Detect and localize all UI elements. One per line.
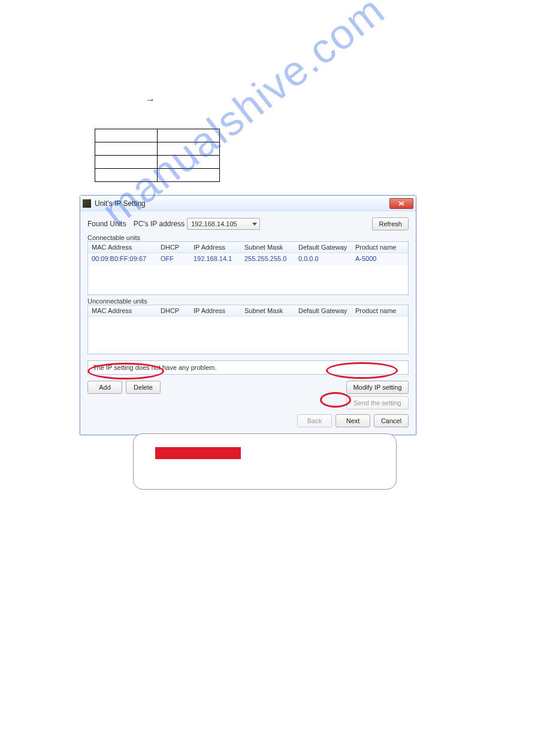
col-ip-2[interactable]: IP Address — [190, 305, 241, 316]
status-message: The IP setting does not have any problem… — [87, 360, 409, 375]
col-dhcp-2[interactable]: DHCP — [157, 305, 190, 316]
col-prod-2[interactable]: Product name — [352, 305, 408, 316]
grid-empty-area-2 — [88, 317, 408, 354]
unconnectable-label: Unconnectable units — [87, 297, 409, 305]
app-icon — [83, 199, 91, 208]
dialog-titlebar: Unit's IP Setting — [80, 196, 416, 211]
table-row[interactable]: 00:09:B0:FF:09:67 OFF 192.168.14.1 255.2… — [88, 253, 408, 265]
dialog-body: Found Units PC's IP address 192.168.14.1… — [80, 211, 416, 435]
chevron-down-icon — [252, 223, 257, 226]
pc-ip-label: PC's IP address — [134, 220, 185, 228]
cell-ip: 192.168.14.1 — [190, 253, 241, 264]
send-setting-button: Send the setting — [346, 396, 409, 409]
next-button[interactable]: Next — [335, 414, 370, 427]
note-red-bar — [155, 447, 241, 459]
cell-dhcp: OFF — [157, 253, 190, 264]
cell-mask: 255.255.255.0 — [241, 253, 295, 264]
col-mask-2[interactable]: Subnet Mask — [241, 305, 295, 316]
cell-prod: A-5000 — [352, 253, 408, 264]
ip-setting-dialog: Unit's IP Setting Found Units PC's IP ad… — [80, 195, 416, 435]
dialog-title: Unit's IP Setting — [95, 199, 389, 208]
connectable-grid: MAC Address DHCP IP Address Subnet Mask … — [87, 241, 409, 295]
button-row: Add Delete Modify IP setting Send the se… — [87, 381, 409, 427]
cancel-button[interactable]: Cancel — [374, 414, 409, 427]
col-mac[interactable]: MAC Address — [88, 242, 157, 253]
delete-button[interactable]: Delete — [126, 381, 161, 394]
cell-mac: 00:09:B0:FF:09:67 — [88, 253, 157, 264]
grid-empty-area — [88, 265, 408, 294]
col-dhcp[interactable]: DHCP — [157, 242, 190, 253]
close-icon[interactable] — [389, 198, 413, 209]
grid-header: MAC Address DHCP IP Address Subnet Mask … — [88, 242, 408, 253]
col-gw-2[interactable]: Default Gateway — [295, 305, 352, 316]
reference-table — [95, 129, 220, 182]
arrow-glyph: → — [146, 95, 155, 105]
grid-header-2: MAC Address DHCP IP Address Subnet Mask … — [88, 305, 408, 317]
pc-ip-value: 192.168.14.105 — [191, 220, 237, 227]
col-gw[interactable]: Default Gateway — [295, 242, 352, 253]
connectable-label: Connectable units — [87, 234, 409, 241]
note-box — [133, 433, 397, 490]
col-mask[interactable]: Subnet Mask — [241, 242, 295, 253]
col-prod[interactable]: Product name — [352, 242, 408, 253]
cell-gw: 0.0.0.0 — [295, 253, 352, 264]
top-controls: Found Units PC's IP address 192.168.14.1… — [87, 217, 409, 230]
col-mac-2[interactable]: MAC Address — [88, 305, 157, 316]
col-ip[interactable]: IP Address — [190, 242, 241, 253]
back-button: Back — [297, 414, 332, 427]
pc-ip-dropdown[interactable]: 192.168.14.105 — [187, 218, 260, 230]
modify-ip-button[interactable]: Modify IP setting — [346, 381, 409, 394]
found-units-label: Found Units — [87, 220, 126, 228]
unconnectable-grid: MAC Address DHCP IP Address Subnet Mask … — [87, 305, 409, 354]
add-button[interactable]: Add — [87, 381, 122, 394]
refresh-button[interactable]: Refresh — [372, 217, 409, 230]
